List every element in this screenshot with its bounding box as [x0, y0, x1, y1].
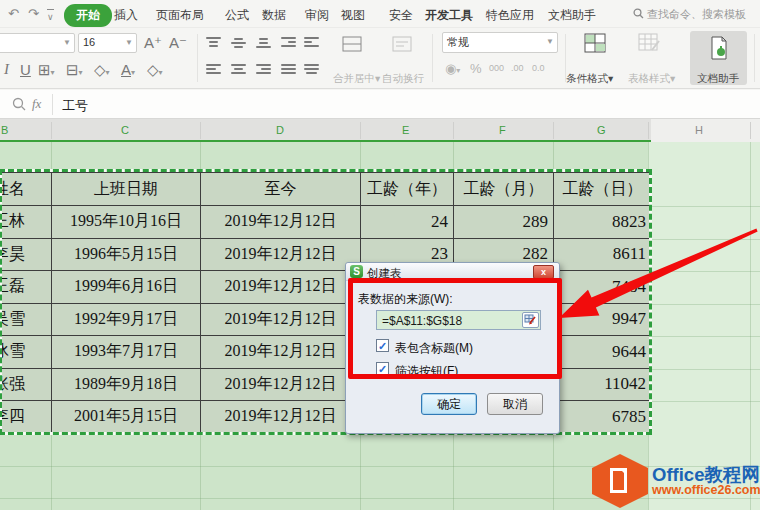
office26-logo-icon [592, 454, 648, 508]
merge-center-icon [342, 36, 362, 52]
merge-center-button[interactable]: 合并居中▾ [333, 72, 380, 86]
tab-formulas[interactable]: 公式 [225, 7, 249, 24]
tab-data[interactable]: 数据 [262, 7, 286, 24]
table-header-row: 姓名 上班日期 至今 工龄（年） 工龄（月） 工龄（日） [1, 173, 652, 206]
ok-button[interactable]: 确定 [421, 393, 477, 415]
number-format-value: 常规 [447, 36, 469, 48]
insert-function-icon[interactable]: fx [32, 96, 41, 112]
italic-button[interactable]: I [4, 61, 9, 78]
header-days[interactable]: 工龄（日） [554, 173, 652, 206]
tab-insert[interactable]: 插入 [114, 7, 138, 24]
undo-icon[interactable]: ↶ [8, 7, 19, 21]
distributed-button[interactable] [304, 64, 319, 75]
column-header-c[interactable]: C [121, 124, 129, 136]
header-months[interactable]: 工龄（月） [454, 173, 554, 206]
header-start-date[interactable]: 上班日期 [52, 173, 201, 206]
align-middle-button[interactable] [231, 37, 246, 48]
decrease-font-button[interactable]: A⁻ [169, 34, 187, 52]
header-years[interactable]: 工龄（年） [361, 173, 454, 206]
zoom-formula-icon[interactable] [12, 97, 26, 111]
currency-format-button[interactable]: ◉▾ [445, 61, 460, 76]
table-row: 王林 1995年10月16日 2019年12月12日 24 289 8823 [1, 206, 652, 239]
number-format-combo[interactable]: 常规 ▼ [442, 32, 558, 53]
wrap-text-icon [392, 36, 412, 52]
watermark-url: www.office26.com [652, 484, 760, 497]
table-style-icon [638, 33, 660, 53]
column-header-b[interactable]: B [1, 124, 8, 136]
tab-page-layout[interactable]: 页面布局 [156, 7, 204, 24]
column-header-strip: B C D E F G H [0, 119, 760, 142]
column-header-f[interactable]: F [499, 124, 506, 136]
increase-decimal-button[interactable]: .00 [511, 63, 524, 73]
create-table-dialog: S 创建表 x 表数据的来源(W): =$A$11:$G$18 ✓ 表包含标题(… [345, 262, 560, 434]
conditional-format-icon [584, 33, 606, 53]
tab-home[interactable]: 开始 [64, 4, 112, 27]
column-header-d[interactable]: D [276, 124, 284, 136]
chevron-down-icon: ▼ [125, 38, 133, 47]
font-size-value: 16 [83, 36, 95, 48]
close-icon[interactable]: x [533, 265, 554, 279]
checkbox-label: 表包含标题(M) [395, 340, 473, 357]
wps-spreadsheet-window: ↶ ↷ ∨ 开始 插入 页面布局 公式 数据 审阅 视图 安全 开发工具 特色应… [0, 0, 760, 510]
header-until[interactable]: 至今 [201, 173, 361, 206]
font-color-button[interactable]: A▾ [121, 61, 135, 78]
wps-logo-icon: S [350, 265, 363, 278]
table-style-button[interactable]: 表格样式▾ [628, 72, 675, 86]
column-header-g[interactable]: G [597, 124, 606, 136]
chevron-down-icon: ▼ [63, 38, 71, 47]
watermark-title: Office教程网 [652, 465, 760, 484]
align-bottom-button[interactable] [256, 37, 271, 48]
command-search-box[interactable]: 查找命令、搜索模板 [633, 7, 746, 22]
align-left-button[interactable] [206, 64, 221, 75]
redo-icon[interactable]: ↷ [28, 7, 39, 21]
tab-review[interactable]: 审阅 [305, 7, 329, 24]
checkbox-checked-icon: ✓ [376, 362, 389, 375]
doc-assistant-label: 文档助手 [697, 72, 739, 86]
range-picker-button[interactable] [522, 312, 539, 328]
justify-button[interactable] [281, 64, 296, 75]
conditional-format-button[interactable]: 条件格式▾ [566, 72, 613, 86]
doc-assistant-button[interactable]: 文档助手 [690, 31, 747, 85]
customize-toolbar-icon[interactable]: ∨ [47, 9, 54, 24]
tab-developer[interactable]: 开发工具 [425, 7, 473, 24]
watermark: Office教程网 www.office26.com [592, 454, 760, 508]
cancel-button[interactable]: 取消 [487, 393, 543, 415]
search-icon [633, 8, 644, 19]
header-name[interactable]: 姓名 [1, 173, 52, 206]
underline-button[interactable]: U [20, 61, 31, 78]
tab-view[interactable]: 视图 [341, 7, 365, 24]
tab-security[interactable]: 安全 [389, 7, 413, 24]
borders-button[interactable]: ⊞▾ [38, 61, 55, 79]
wrap-text-button[interactable]: 自动换行 [382, 72, 424, 86]
doc-assistant-icon [710, 36, 728, 60]
column-header-e[interactable]: E [402, 124, 409, 136]
font-size-combo[interactable]: 16 ▼ [78, 33, 137, 53]
decrease-indent-button[interactable] [281, 37, 296, 48]
formula-input[interactable]: 工号 [62, 97, 88, 115]
formula-bar: fx 工号 [0, 90, 760, 119]
increase-font-button[interactable]: A⁺ [144, 34, 162, 52]
decrease-decimal-button[interactable]: 0.0 [532, 63, 545, 73]
chevron-down-icon: ▼ [546, 37, 554, 46]
align-top-button[interactable] [206, 37, 221, 48]
clear-format-button[interactable]: ◇▾ [147, 61, 163, 79]
checkbox-label: 筛选按钮(F) [395, 363, 458, 380]
tab-doc-assistant[interactable]: 文档助手 [548, 7, 596, 24]
column-header-h[interactable]: H [695, 124, 703, 136]
dialog-title-bar[interactable]: S 创建表 x [346, 263, 559, 281]
source-range-value: =$A$11:$G$18 [382, 314, 462, 328]
fill-cells-button[interactable]: ⊟▾ [66, 61, 83, 79]
thousands-format-button[interactable]: 000 [489, 63, 504, 73]
align-right-button[interactable] [256, 64, 271, 75]
increase-indent-button[interactable] [304, 37, 319, 48]
ribbon-tab-bar: ↶ ↷ ∨ 开始 插入 页面布局 公式 数据 审阅 视图 安全 开发工具 特色应… [0, 0, 760, 28]
source-range-input[interactable]: =$A$11:$G$18 [376, 310, 541, 330]
font-name-combo[interactable]: ▼ [0, 33, 75, 53]
ribbon-toolbar: ▼ 16 ▼ A⁺ A⁻ I U ⊞▾ ⊟▾ ◇▾ A▾ ◇▾ 合并居中▾ [0, 28, 760, 89]
percent-format-button[interactable]: % [470, 61, 482, 76]
source-range-label: 表数据的来源(W): [358, 291, 453, 308]
tab-special-apps[interactable]: 特色应用 [486, 7, 534, 24]
dialog-title: 创建表 [367, 266, 402, 281]
align-center-button[interactable] [231, 64, 246, 75]
fill-color-button[interactable]: ◇▾ [94, 61, 110, 79]
